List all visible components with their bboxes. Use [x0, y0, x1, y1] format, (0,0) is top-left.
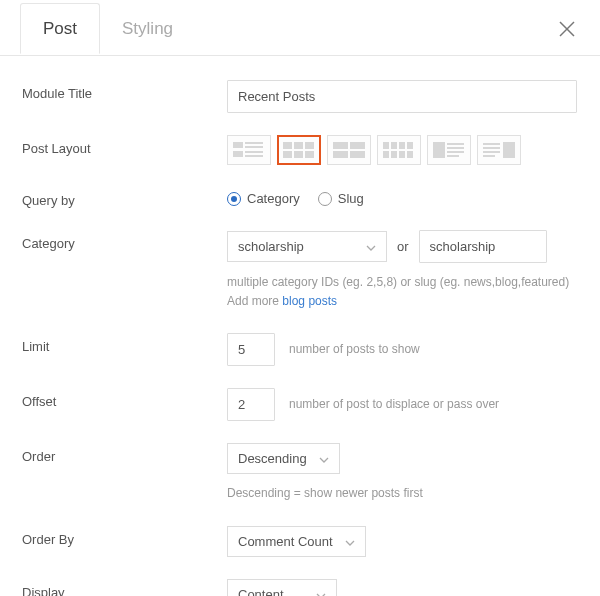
- layout-option-grid3[interactable]: [277, 135, 321, 165]
- svg-rect-12: [294, 151, 303, 158]
- chevron-down-icon: [345, 534, 355, 549]
- radio-slug-label: Slug: [338, 191, 364, 206]
- svg-rect-21: [407, 142, 413, 149]
- svg-rect-34: [483, 151, 500, 153]
- tab-styling[interactable]: Styling: [100, 4, 195, 53]
- svg-rect-22: [383, 151, 389, 158]
- offset-hint: number of post to displace or pass over: [289, 395, 499, 414]
- svg-rect-24: [399, 151, 405, 158]
- svg-rect-32: [483, 143, 500, 145]
- svg-rect-3: [245, 142, 263, 144]
- label-order: Order: [22, 443, 227, 464]
- category-text-input[interactable]: [419, 230, 547, 263]
- module-title-input[interactable]: [227, 80, 577, 113]
- display-select[interactable]: Content: [227, 579, 337, 596]
- svg-rect-16: [333, 151, 348, 158]
- close-icon[interactable]: [558, 20, 576, 38]
- layout-option-grid2[interactable]: [327, 135, 371, 165]
- svg-rect-2: [233, 142, 243, 148]
- radio-slug[interactable]: Slug: [318, 191, 364, 206]
- svg-rect-33: [483, 147, 500, 149]
- category-select-value: scholarship: [238, 239, 304, 254]
- layout-option-imageleft[interactable]: [427, 135, 471, 165]
- radio-category-label: Category: [247, 191, 300, 206]
- svg-rect-4: [245, 146, 263, 148]
- svg-rect-17: [350, 151, 365, 158]
- svg-rect-29: [447, 151, 464, 153]
- label-limit: Limit: [22, 333, 227, 354]
- svg-rect-35: [483, 155, 495, 157]
- svg-rect-30: [447, 155, 459, 157]
- label-category: Category: [22, 230, 227, 251]
- chevron-down-icon: [319, 451, 329, 466]
- svg-rect-7: [245, 155, 263, 157]
- category-hint: multiple category IDs (eg. 2,5,8) or slu…: [227, 273, 578, 292]
- radio-dot-icon: [318, 192, 332, 206]
- svg-rect-14: [333, 142, 348, 149]
- limit-input[interactable]: [227, 333, 275, 366]
- label-module-title: Module Title: [22, 80, 227, 101]
- layout-option-list[interactable]: [227, 135, 271, 165]
- radio-dot-icon: [227, 192, 241, 206]
- label-offset: Offset: [22, 388, 227, 409]
- offset-input[interactable]: [227, 388, 275, 421]
- blog-posts-link[interactable]: blog posts: [282, 294, 337, 308]
- layout-option-grid4[interactable]: [377, 135, 421, 165]
- display-select-value: Content: [238, 587, 284, 596]
- tab-bar: Post Styling: [0, 0, 600, 56]
- svg-rect-28: [447, 147, 464, 149]
- query-by-radio-group: Category Slug: [227, 187, 578, 206]
- label-display: Display: [22, 579, 227, 596]
- label-query-by: Query by: [22, 187, 227, 208]
- svg-rect-27: [447, 143, 464, 145]
- tab-post[interactable]: Post: [20, 3, 100, 54]
- svg-rect-18: [383, 142, 389, 149]
- order-hint: Descending = show newer posts first: [227, 484, 578, 503]
- svg-rect-25: [407, 151, 413, 158]
- svg-rect-26: [433, 142, 445, 158]
- svg-rect-31: [503, 142, 515, 158]
- category-select[interactable]: scholarship: [227, 231, 387, 262]
- radio-category[interactable]: Category: [227, 191, 300, 206]
- svg-rect-5: [233, 151, 243, 157]
- limit-hint: number of posts to show: [289, 340, 420, 359]
- svg-rect-10: [305, 142, 314, 149]
- chevron-down-icon: [316, 587, 326, 596]
- order-select[interactable]: Descending: [227, 443, 340, 474]
- chevron-down-icon: [366, 239, 376, 254]
- label-post-layout: Post Layout: [22, 135, 227, 156]
- layout-option-imageright[interactable]: [477, 135, 521, 165]
- svg-rect-23: [391, 151, 397, 158]
- order-select-value: Descending: [238, 451, 307, 466]
- addmore-prefix: Add more: [227, 294, 282, 308]
- svg-rect-6: [245, 151, 263, 153]
- order-by-select-value: Comment Count: [238, 534, 333, 549]
- svg-rect-20: [399, 142, 405, 149]
- category-addmore-hint: Add more blog posts: [227, 292, 578, 311]
- category-or-text: or: [397, 239, 409, 254]
- svg-rect-15: [350, 142, 365, 149]
- order-by-select[interactable]: Comment Count: [227, 526, 366, 557]
- post-layout-options: [227, 135, 578, 165]
- svg-rect-19: [391, 142, 397, 149]
- post-form: Module Title Post Layout: [0, 56, 600, 596]
- svg-rect-9: [294, 142, 303, 149]
- svg-rect-11: [283, 151, 292, 158]
- svg-rect-8: [283, 142, 292, 149]
- svg-rect-13: [305, 151, 314, 158]
- label-order-by: Order By: [22, 526, 227, 547]
